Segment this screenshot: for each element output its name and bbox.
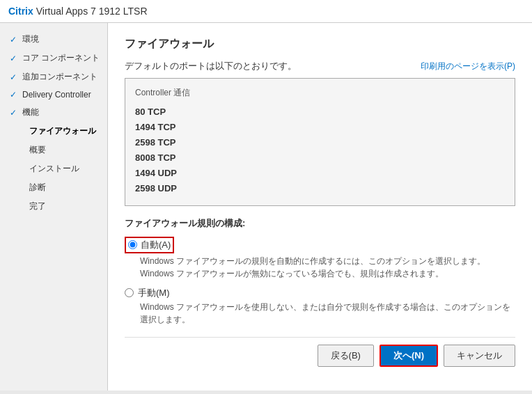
sidebar-item-label: 追加コンポーネント bbox=[22, 71, 97, 83]
description-row: デフォルトのポートは以下のとおりです。 印刷用のページを表示(P) bbox=[125, 60, 515, 72]
sidebar-item-diag[interactable]: 診断 bbox=[0, 178, 107, 197]
check-icon: ✓ bbox=[10, 72, 19, 82]
radio-auto-border: 自動(A) bbox=[125, 237, 174, 253]
app-title: Virtual Apps 7 1912 LTSR bbox=[33, 6, 148, 17]
sidebar: ✓環境✓コア コンポーネント✓追加コンポーネント✓Delivery Contro… bbox=[0, 23, 108, 391]
radio-auto-desc: Windows ファイアウォールの規則を自動的に作成するには、このオプションを選… bbox=[140, 255, 515, 280]
sidebar-item-done[interactable]: 完了 bbox=[0, 197, 107, 216]
next-button[interactable]: 次へ(N) bbox=[380, 345, 438, 367]
radio-manual-label[interactable]: 手動(M) bbox=[138, 287, 170, 299]
port-entry-5: 1494 UDP bbox=[135, 166, 505, 181]
print-link[interactable]: 印刷用のページを表示(P) bbox=[421, 61, 515, 72]
back-button[interactable]: 戻る(B) bbox=[318, 345, 374, 367]
sidebar-item-label: コア コンポーネント bbox=[22, 52, 100, 64]
port-list: 80 TCP 1494 TCP 2598 TCP 8008 TCP 1494 U… bbox=[135, 104, 505, 197]
sidebar-item-install[interactable]: インストール bbox=[0, 159, 107, 178]
firewall-config-title: ファイアウォール規則の構成: bbox=[125, 217, 515, 230]
cancel-button[interactable]: キャンセル bbox=[444, 345, 515, 367]
description-text: デフォルトのポートは以下のとおりです。 bbox=[125, 60, 297, 72]
sidebar-item-feature[interactable]: ✓機能 bbox=[0, 103, 107, 122]
check-icon: ✓ bbox=[10, 90, 19, 100]
sidebar-item-firewall[interactable]: ファイアウォール bbox=[0, 122, 107, 141]
port-box-title: Controller 通信 bbox=[135, 87, 505, 99]
port-box: Controller 通信 80 TCP 1494 TCP 2598 TCP 8… bbox=[125, 78, 515, 206]
sidebar-item-label: Delivery Controller bbox=[22, 90, 91, 100]
port-entry-3: 2598 TCP bbox=[135, 135, 505, 150]
sidebar-item-summary[interactable]: 概要 bbox=[0, 141, 107, 159]
check-icon: ✓ bbox=[10, 108, 19, 118]
check-icon: ✓ bbox=[10, 35, 19, 45]
sidebar-item-delivery[interactable]: ✓Delivery Controller bbox=[0, 86, 107, 103]
radio-auto-input[interactable] bbox=[128, 240, 137, 249]
port-entry-2: 1494 TCP bbox=[135, 120, 505, 135]
button-row: 戻る(B) 次へ(N) キャンセル bbox=[125, 337, 515, 367]
sidebar-item-core[interactable]: ✓コア コンポーネント bbox=[0, 49, 107, 68]
radio-option-auto: 自動(A) Windows ファイアウォールの規則を自動的に作成するには、このオ… bbox=[125, 237, 515, 280]
title-bar: Citrix Virtual Apps 7 1912 LTSR bbox=[0, 0, 532, 23]
radio-group: 自動(A) Windows ファイアウォールの規則を自動的に作成するには、このオ… bbox=[125, 237, 515, 326]
radio-option-manual: 手動(M) Windows ファイアウォールを使用しない、または自分で規則を作成… bbox=[125, 287, 515, 326]
radio-manual-row: 手動(M) bbox=[125, 287, 515, 299]
sidebar-item-label: 機能 bbox=[22, 107, 39, 118]
sidebar-item-label: インストール bbox=[29, 163, 79, 175]
sidebar-item-env[interactable]: ✓環境 bbox=[0, 30, 107, 49]
check-icon: ✓ bbox=[10, 54, 19, 63]
port-entry-1: 80 TCP bbox=[135, 104, 505, 120]
sidebar-item-label: 環境 bbox=[22, 33, 39, 45]
sidebar-item-label: ファイアウォール bbox=[29, 125, 96, 137]
port-entry-4: 8008 TCP bbox=[135, 150, 505, 166]
sidebar-item-additional[interactable]: ✓追加コンポーネント bbox=[0, 68, 107, 86]
radio-manual-input[interactable] bbox=[125, 288, 134, 297]
page-title: ファイアウォール bbox=[125, 37, 515, 52]
sidebar-item-label: 完了 bbox=[29, 200, 46, 212]
brand-name: Citrix bbox=[8, 6, 33, 17]
sidebar-item-label: 診断 bbox=[29, 182, 46, 194]
content-area: ファイアウォール デフォルトのポートは以下のとおりです。 印刷用のページを表示(… bbox=[108, 23, 532, 391]
port-entry-6: 2598 UDP bbox=[135, 181, 505, 196]
radio-auto-row: 自動(A) bbox=[125, 237, 515, 253]
radio-manual-desc: Windows ファイアウォールを使用しない、または自分で規則を作成する場合は、… bbox=[140, 301, 515, 326]
radio-auto-label[interactable]: 自動(A) bbox=[141, 239, 171, 251]
sidebar-item-label: 概要 bbox=[29, 144, 46, 156]
